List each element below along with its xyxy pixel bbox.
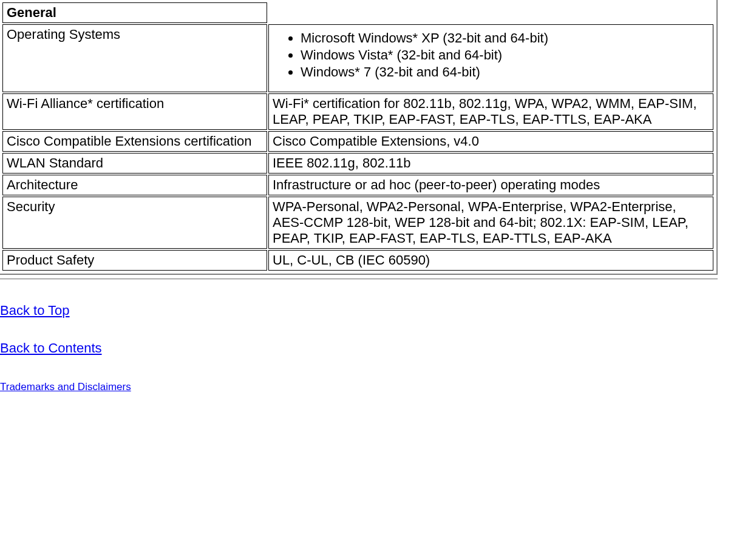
product-safety-label: Product Safety [2, 250, 267, 271]
operating-systems-label: Operating Systems [2, 24, 267, 92]
list-item: Windows* 7 (32-bit and 64-bit) [301, 64, 709, 80]
trademarks-link[interactable]: Trademarks and Disclaimers [0, 381, 131, 393]
list-item: Microsoft Windows* XP (32-bit and 64-bit… [301, 30, 709, 46]
product-safety-value: UL, C-UL, CB (IEC 60590) [268, 250, 713, 271]
table-row: Wi-Fi Alliance* certification Wi-Fi* cer… [2, 93, 713, 130]
back-to-top-link[interactable]: Back to Top [0, 303, 70, 319]
wifi-alliance-label: Wi-Fi Alliance* certification [2, 93, 267, 130]
table-row: Operating Systems Microsoft Windows* XP … [2, 24, 713, 92]
table-row: Cisco Compatible Extensions certificatio… [2, 131, 713, 152]
table-row: Architecture Infrastructure or ad hoc (p… [2, 175, 713, 195]
table-container: General Operating Systems Microsoft Wind… [0, 0, 718, 275]
table-row: Security WPA-Personal, WPA2-Personal, WP… [2, 197, 713, 249]
general-header: General [2, 2, 267, 23]
wifi-alliance-value: Wi-Fi* certification for 802.11b, 802.11… [268, 93, 713, 130]
wlan-standard-label: WLAN Standard [2, 153, 267, 174]
empty-header-cell [268, 2, 713, 23]
links-section: Back to Top Back to Contents Trademarks … [0, 292, 748, 394]
table-row: WLAN Standard IEEE 802.11g, 802.11b [2, 153, 713, 174]
specifications-table: General Operating Systems Microsoft Wind… [1, 1, 715, 272]
list-item: Windows Vista* (32-bit and 64-bit) [301, 47, 709, 63]
cisco-value: Cisco Compatible Extensions, v4.0 [268, 131, 713, 152]
architecture-value: Infrastructure or ad hoc (peer-to-peer) … [268, 175, 713, 195]
table-row: Product Safety UL, C-UL, CB (IEC 60590) [2, 250, 713, 271]
cisco-label: Cisco Compatible Extensions certificatio… [2, 131, 267, 152]
table-header-row: General [2, 2, 713, 23]
os-list: Microsoft Windows* XP (32-bit and 64-bit… [273, 30, 709, 80]
architecture-label: Architecture [2, 175, 267, 195]
security-value: WPA-Personal, WPA2-Personal, WPA-Enterpr… [268, 197, 713, 249]
security-label: Security [2, 197, 267, 249]
wlan-standard-value: IEEE 802.11g, 802.11b [268, 153, 713, 174]
operating-systems-value: Microsoft Windows* XP (32-bit and 64-bit… [268, 24, 713, 92]
horizontal-divider [0, 278, 718, 280]
back-to-contents-link[interactable]: Back to Contents [0, 340, 102, 356]
